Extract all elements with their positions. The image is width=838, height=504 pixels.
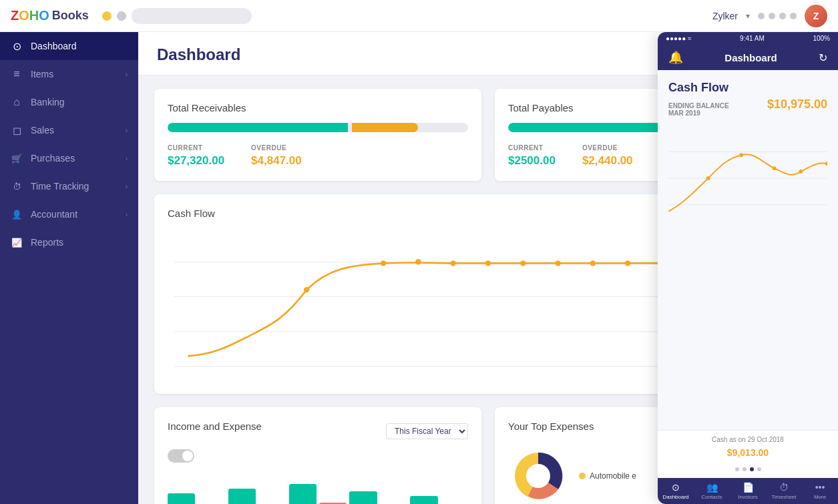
avatar[interactable]: Z <box>805 5 827 27</box>
income-expense-toggle-row <box>168 449 468 463</box>
mobile-timesheet-icon: ⏱ <box>779 482 789 493</box>
bar-3 <box>228 489 256 504</box>
bar-5 <box>289 484 317 504</box>
topbar: ZOHO Books Zylker ▾ Z <box>0 0 838 32</box>
topbar-dot-2[interactable] <box>769 13 775 19</box>
dot-1 <box>735 467 739 471</box>
window-maximize-dot[interactable] <box>117 11 126 21</box>
sidebar-label-reports: Reports <box>31 237 63 248</box>
mobile-nav-contacts-label: Contacts <box>701 494 722 500</box>
sidebar-item-banking[interactable]: ⌂ Banking <box>0 88 138 116</box>
sidebar-item-reports[interactable]: 📈 Reports <box>0 228 138 256</box>
svg-point-4 <box>304 287 309 292</box>
pie-chart <box>508 449 568 503</box>
payables-bar-green <box>508 123 674 132</box>
payables-overdue: OVERDUE $2,440.00 <box>582 144 633 168</box>
sidebar-item-purchases[interactable]: 🛒 Purchases › <box>0 144 138 172</box>
accountant-chevron-icon: › <box>126 211 128 218</box>
bar-7 <box>349 491 377 505</box>
sales-chevron-icon: › <box>126 127 128 134</box>
svg-point-8 <box>485 260 491 266</box>
receivables-current: CURRENT $27,320.00 <box>168 144 224 168</box>
items-chevron-icon: › <box>126 71 128 78</box>
svg-point-22 <box>739 153 743 157</box>
mobile-more-icon: ••• <box>815 482 825 493</box>
mobile-nav-contacts[interactable]: 👥 Contacts <box>694 478 730 504</box>
bar-9 <box>410 496 437 505</box>
income-expense-title: Income and Expense <box>168 421 262 432</box>
svg-point-9 <box>520 260 526 266</box>
topbar-dot-3[interactable] <box>779 13 786 19</box>
receivables-bar-yellow <box>352 123 418 132</box>
legend-dot-1 <box>579 473 586 479</box>
mobile-nav-bar: 🔔 Dashboard ↻ <box>658 45 838 70</box>
mobile-bottom-nav: ⊙ Dashboard 👥 Contacts 📄 Invoices ⏱ Time… <box>658 478 838 504</box>
payables-current-label: CURRENT <box>508 144 556 152</box>
svg-point-12 <box>625 260 630 266</box>
svg-point-10 <box>555 260 560 266</box>
sidebar-item-dashboard[interactable]: ⊙ Dashboard <box>0 32 138 60</box>
top-search-bar[interactable] <box>132 8 252 24</box>
purchases-icon: 🛒 <box>11 152 23 164</box>
mobile-amount: $10,975.00 <box>767 97 827 111</box>
svg-point-17 <box>526 464 550 488</box>
time-tracking-icon: ⏱ <box>11 180 23 192</box>
mobile-battery: 100% <box>813 35 830 42</box>
mobile-section-title: Cash Flow <box>668 81 827 95</box>
sidebar-label-sales: Sales <box>31 125 54 136</box>
income-expense-toggle[interactable] <box>168 449 194 463</box>
svg-point-5 <box>381 260 386 266</box>
payables-overdue-value: $2,440.00 <box>582 154 633 168</box>
receivables-progress-bar <box>168 123 468 132</box>
bar-1 <box>168 493 195 504</box>
sidebar-item-time-tracking[interactable]: ⏱ Time Tracking › <box>0 172 138 200</box>
sidebar: ⊙ Dashboard ≡ Items › ⌂ Banking ◻ Sales … <box>0 32 138 504</box>
mobile-contacts-icon: 👥 <box>706 482 718 493</box>
sales-icon: ◻ <box>11 124 23 136</box>
mobile-footer: Cash as on 29 Oct 2018 $9,013.00 <box>658 430 838 478</box>
mobile-status-bar: ●●●●● ≈ 9:41 AM 100% <box>658 32 838 45</box>
mobile-subtitle-row: ENDING BALANCE Mar 2019 $10,975.00 <box>668 97 827 117</box>
topbar-dot-4[interactable] <box>790 13 797 19</box>
mobile-nav-more[interactable]: ••• More <box>802 478 838 504</box>
mobile-nav-invoices[interactable]: 📄 Invoices <box>730 478 766 504</box>
topbar-right: Zylker ▾ Z <box>712 5 827 27</box>
items-icon: ≡ <box>11 68 23 80</box>
receivables-bar-green <box>168 123 348 132</box>
mobile-subtitle2: Mar 2019 <box>668 109 729 117</box>
window-minimize-dot[interactable] <box>102 11 112 21</box>
content-area: Dashboard Total Receivables CURRENT <box>138 32 838 504</box>
income-expense-filter[interactable]: This Fiscal Year <box>386 423 468 439</box>
mobile-nav-dashboard-label: Dashboard <box>662 494 688 500</box>
sidebar-item-items[interactable]: ≡ Items › <box>0 60 138 88</box>
sidebar-label-banking: Banking <box>31 97 65 107</box>
income-expense-card: Income and Expense This Fiscal Year <box>154 407 481 504</box>
banking-icon: ⌂ <box>11 96 23 108</box>
sidebar-label-dashboard: Dashboard <box>31 41 77 51</box>
mobile-nav-more-label: More <box>814 494 826 500</box>
topbar-icon-dots <box>758 13 797 19</box>
mobile-invoices-icon: 📄 <box>743 482 754 493</box>
user-name[interactable]: Zylker <box>712 11 738 21</box>
main-layout: ⊙ Dashboard ≡ Items › ⌂ Banking ◻ Sales … <box>0 32 838 504</box>
receivables-values: CURRENT $27,320.00 OVERDUE $4,847.00 <box>168 144 468 168</box>
dots-indicator <box>660 463 835 475</box>
reports-icon: 📈 <box>11 236 23 248</box>
mobile-nav-dashboard[interactable]: ⊙ Dashboard <box>658 478 694 504</box>
top-expenses-legend: Automobile e <box>579 471 636 481</box>
receivables-title: Total Receivables <box>168 102 468 113</box>
user-dropdown-arrow[interactable]: ▾ <box>746 11 750 21</box>
mobile-nav-timesheet[interactable]: ⏱ Timesheet <box>766 478 802 504</box>
topbar-dot-1[interactable] <box>758 13 765 19</box>
mobile-refresh-icon[interactable]: ↻ <box>819 51 827 64</box>
mobile-signal: ●●●●● ≈ <box>666 35 691 42</box>
legend-item-1: Automobile e <box>579 471 636 481</box>
mobile-bell-icon[interactable]: 🔔 <box>668 50 683 65</box>
mobile-nav-timesheet-label: Timesheet <box>771 494 796 500</box>
sidebar-item-accountant[interactable]: 👤 Accountant › <box>0 200 138 228</box>
dot-3 <box>750 467 754 471</box>
sidebar-item-sales[interactable]: ◻ Sales › <box>0 116 138 144</box>
sidebar-label-purchases: Purchases <box>31 153 75 164</box>
receivables-current-value: $27,320.00 <box>168 154 224 168</box>
mobile-chart-area <box>668 125 827 232</box>
